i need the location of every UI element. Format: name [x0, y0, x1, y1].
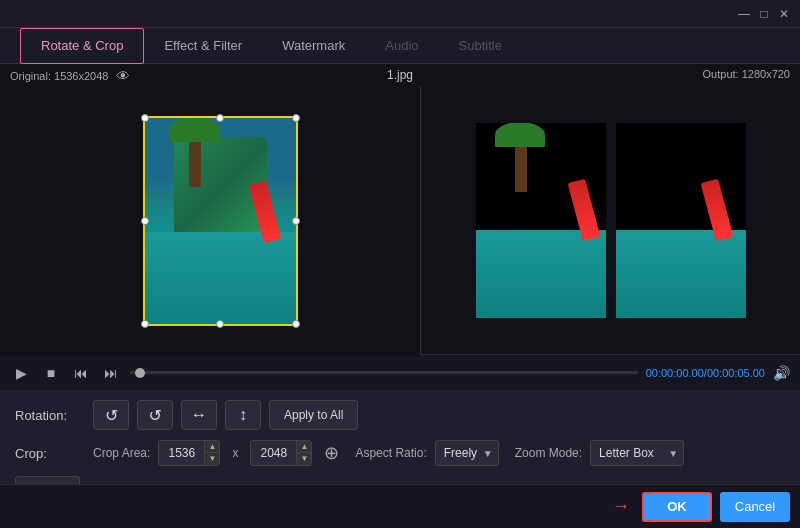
crop-height-spinners: ▲ ▼	[296, 441, 311, 465]
rotate-left-button[interactable]: ↺	[93, 400, 129, 430]
crop-handle-mr[interactable]	[292, 217, 300, 225]
eye-icon[interactable]: 👁	[116, 68, 130, 84]
zoom-mode-select[interactable]: Letter Box Pan & Scan Full	[590, 440, 684, 466]
next-frame-button[interactable]: ⏭	[100, 362, 122, 384]
rotation-label: Rotation:	[15, 408, 85, 423]
crop-handle-bl[interactable]	[141, 320, 149, 328]
preview-area: Original: 1536x2048 👁 1.jpg Output: 1280…	[0, 64, 800, 354]
rotate-left-icon: ↺	[105, 406, 118, 425]
crop-handle-ml[interactable]	[141, 217, 149, 225]
crop-height-input[interactable]	[251, 446, 296, 460]
flip-vertical-button[interactable]: ↕	[225, 400, 261, 430]
prev-frame-button[interactable]: ⏮	[70, 362, 92, 384]
tab-audio: Audio	[365, 28, 438, 64]
timeline-progress[interactable]	[130, 371, 638, 374]
tab-rotate-crop[interactable]: Rotate & Crop	[20, 28, 144, 64]
crop-row: Crop: Crop Area: ▲ ▼ x ▲ ▼ ⊕ Aspect Rati…	[15, 440, 785, 466]
aspect-ratio-select-wrap: Freely 16:9 4:3 1:1 9:16 ▼	[435, 440, 499, 466]
preview-left-panel	[0, 86, 420, 356]
crop-width-down-button[interactable]: ▼	[205, 453, 219, 465]
title-bar: — □ ✕	[0, 0, 800, 28]
preview-right-image-1	[476, 123, 606, 318]
crop-container[interactable]	[143, 116, 298, 326]
crop-height-up-button[interactable]: ▲	[297, 441, 311, 453]
arrow-right-icon: →	[612, 496, 630, 517]
minimize-button[interactable]: —	[736, 6, 752, 22]
crop-area-label: Crop Area:	[93, 446, 150, 460]
apply-to-all-button[interactable]: Apply to All	[269, 400, 358, 430]
tab-bar: Rotate & Crop Effect & Filter Watermark …	[0, 28, 800, 64]
play-button[interactable]: ▶	[10, 362, 32, 384]
bottom-bar: → OK Cancel	[0, 484, 800, 528]
zoom-mode-label: Zoom Mode:	[515, 446, 582, 460]
preview-right-panel	[421, 86, 800, 354]
rotate-right-icon: ↻	[149, 406, 162, 425]
preview-right-image-2	[616, 123, 746, 318]
close-button[interactable]: ✕	[776, 6, 792, 22]
zoom-mode-select-wrap: Letter Box Pan & Scan Full ▼	[590, 440, 684, 466]
timeline-bar: ▶ ■ ⏮ ⏭ 00:00:00.00/00:00:05.00 🔊	[0, 354, 800, 390]
crop-height-input-wrap: ▲ ▼	[250, 440, 312, 466]
crop-overlay[interactable]	[143, 116, 298, 326]
tab-watermark[interactable]: Watermark	[262, 28, 365, 64]
crop-width-up-button[interactable]: ▲	[205, 441, 219, 453]
crop-handle-bm[interactable]	[216, 320, 224, 328]
pool-water-right-decor	[476, 230, 606, 318]
crop-label: Crop:	[15, 446, 85, 461]
crop-height-down-button[interactable]: ▼	[297, 453, 311, 465]
crop-width-input[interactable]	[159, 446, 204, 460]
flip-horizontal-button[interactable]: ↔	[181, 400, 217, 430]
rotation-row: Rotation: ↺ ↻ ↔ ↕ Apply to All	[15, 400, 785, 430]
output-info: Output: 1280x720	[703, 68, 790, 80]
timeline-playhead[interactable]	[135, 368, 145, 378]
ok-button[interactable]: OK	[642, 492, 712, 522]
cancel-button[interactable]: Cancel	[720, 492, 790, 522]
x-separator: x	[232, 446, 238, 460]
crop-width-spinners: ▲ ▼	[204, 441, 219, 465]
aspect-ratio-label: Aspect Ratio:	[355, 446, 426, 460]
timeline-time: 00:00:00.00/00:00:05.00	[646, 367, 765, 379]
crosshair-icon[interactable]: ⊕	[324, 442, 339, 464]
flip-h-icon: ↔	[191, 406, 207, 424]
crop-handle-tm[interactable]	[216, 114, 224, 122]
maximize-button[interactable]: □	[756, 6, 772, 22]
crop-width-input-wrap: ▲ ▼	[158, 440, 220, 466]
aspect-ratio-select[interactable]: Freely 16:9 4:3 1:1 9:16	[435, 440, 499, 466]
flip-v-icon: ↕	[239, 406, 247, 424]
original-info: Original: 1536x2048 👁	[10, 68, 130, 84]
crop-handle-tr[interactable]	[292, 114, 300, 122]
rotate-right-button[interactable]: ↻	[137, 400, 173, 430]
pool-water-right2-decor	[616, 230, 746, 318]
stop-button[interactable]: ■	[40, 362, 62, 384]
crop-handle-tl[interactable]	[141, 114, 149, 122]
tab-subtitle: Subtitle	[439, 28, 522, 64]
crop-handle-br[interactable]	[292, 320, 300, 328]
file-name: 1.jpg	[387, 68, 413, 82]
tab-effect-filter[interactable]: Effect & Filter	[144, 28, 262, 64]
volume-icon[interactable]: 🔊	[773, 365, 790, 381]
palm-right-decor	[515, 132, 527, 192]
